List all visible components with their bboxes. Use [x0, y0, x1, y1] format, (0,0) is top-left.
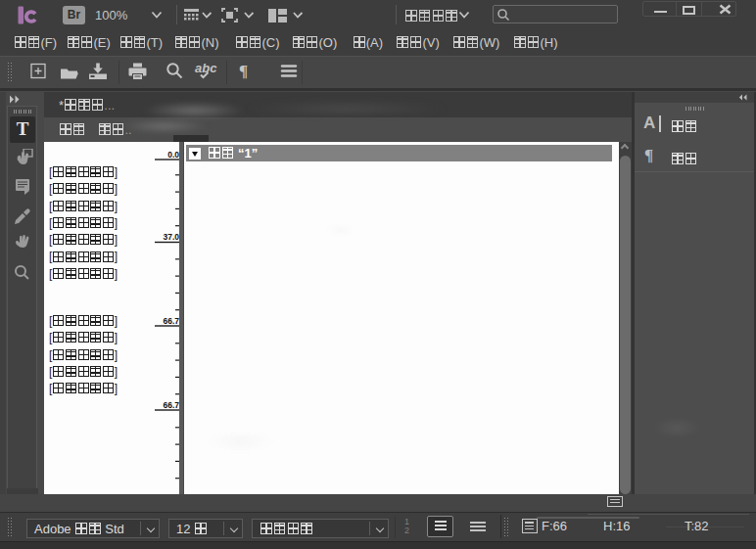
svg-text:0.0: 0.0 [167, 150, 179, 160]
svg-text:¶: ¶ [239, 62, 248, 80]
svg-text:66.7: 66.7 [163, 316, 179, 326]
svg-text:37.0: 37.0 [163, 232, 179, 242]
svg-text:66.7: 66.7 [163, 400, 179, 410]
